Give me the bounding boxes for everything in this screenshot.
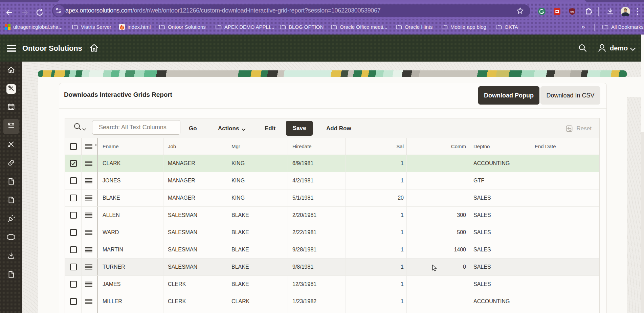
svg-text:uO: uO [570,10,574,13]
